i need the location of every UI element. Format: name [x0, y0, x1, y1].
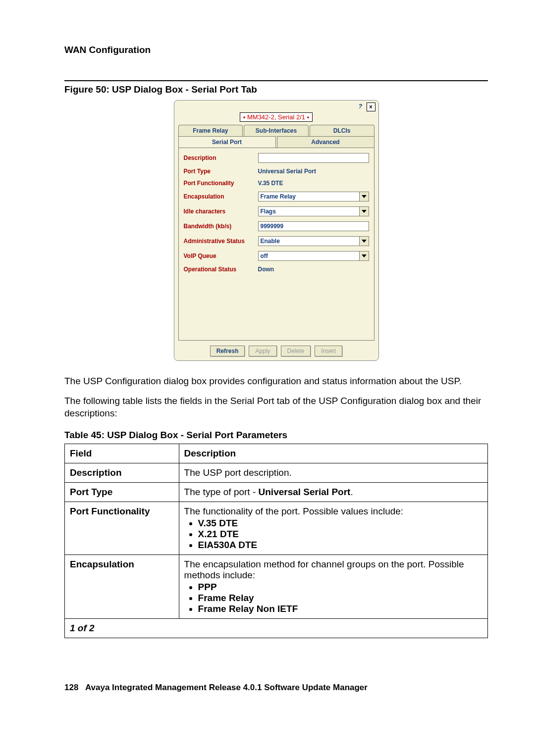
cell-desc: The USP port description.	[179, 463, 487, 482]
tab-sub-interfaces[interactable]: Sub-Interfaces	[244, 125, 309, 136]
title-anim-right: •	[307, 113, 310, 121]
footer-text: Avaya Integrated Management Release 4.0.…	[85, 683, 368, 692]
refresh-button[interactable]: Refresh	[210, 346, 245, 356]
dialog-title-row: • MM342-2, Serial 2/1 •	[174, 112, 378, 122]
table-pager: 1 of 2	[65, 618, 488, 638]
bullet-item: V.35 DTE	[198, 518, 482, 529]
label-description: Description	[184, 154, 258, 161]
cell-desc-post: .	[350, 487, 353, 497]
tab-row-1: Frame Relay Sub-Interfaces DLCIs	[178, 125, 374, 136]
label-idle-characters: Idle characters	[184, 208, 258, 215]
cell-field: Port Type	[70, 487, 112, 497]
combo-idle-characters-value: Flags	[259, 207, 359, 216]
bullet-list: V.35 DTE X.21 DTE EIA530A DTE	[198, 518, 482, 551]
table-row: Encapsulation The encapsulation method f…	[65, 554, 488, 618]
label-port-type: Port Type	[184, 168, 258, 175]
close-icon[interactable]: ×	[367, 102, 375, 111]
paragraph-1: The USP Configuration dialog box provide…	[64, 375, 488, 388]
table-row: Port Type The type of port - Universal S…	[65, 482, 488, 502]
label-bandwidth: Bandwidth (kb/s)	[184, 223, 258, 230]
footer-page-number: 128	[64, 683, 78, 692]
label-admin-status: Administrative Status	[184, 238, 258, 245]
table-caption: Table 45: USP Dialog Box - Serial Port P…	[64, 430, 488, 441]
table-row: Port Functionality The functionality of …	[65, 502, 488, 554]
bullet-item: Frame Relay Non IETF	[198, 604, 482, 614]
cell-field: Port Functionality	[70, 506, 150, 516]
tab-dlcis[interactable]: DLCIs	[310, 125, 374, 136]
paragraph-2: The following table lists the fields in …	[64, 395, 488, 420]
tab-frame-relay[interactable]: Frame Relay	[178, 125, 243, 136]
bullet-item: Frame Relay	[198, 593, 482, 604]
dialog-wrap: ? × • MM342-2, Serial 2/1 • Frame Relay …	[64, 100, 488, 361]
chevron-down-icon[interactable]	[359, 207, 369, 216]
cell-field: Description	[70, 467, 122, 478]
dialog-button-row: Refresh Apply Delete Insert	[174, 346, 378, 356]
title-name: MM342-2, Serial 2/1	[247, 113, 305, 121]
usp-dialog: ? × • MM342-2, Serial 2/1 • Frame Relay …	[174, 100, 379, 361]
cell-desc: The type of port - Universal Serial Port…	[179, 482, 487, 502]
cell-desc-pre: The type of port -	[184, 487, 259, 497]
combo-voip-queue-value: off	[259, 252, 359, 260]
combo-encapsulation[interactable]: Frame Relay	[258, 192, 369, 202]
combo-voip-queue[interactable]: off	[258, 251, 369, 261]
th-field: Field	[65, 444, 179, 463]
form-area: Description Port Type Universal Serial P…	[178, 148, 374, 341]
combo-admin-status-value: Enable	[259, 237, 359, 246]
parameters-table: Field Description Description The USP po…	[64, 444, 488, 638]
tab-serial-port[interactable]: Serial Port	[178, 136, 276, 148]
bullet-item: X.21 DTE	[198, 529, 482, 540]
insert-button[interactable]: Insert	[315, 346, 342, 356]
label-encapsulation: Encapsulation	[184, 193, 258, 200]
bullet-item: EIA530A DTE	[198, 540, 482, 551]
tab-advanced[interactable]: Advanced	[277, 136, 374, 148]
cell-desc-bold: Universal Serial Port	[259, 487, 351, 497]
chevron-down-icon[interactable]	[359, 252, 369, 260]
label-oper-status: Operational Status	[184, 266, 258, 273]
chevron-down-icon[interactable]	[359, 237, 369, 246]
tab-row-2: Serial Port Advanced	[178, 136, 374, 148]
value-port-type: Universal Serial Port	[258, 168, 369, 175]
bullet-list: PPP Frame Relay Frame Relay Non IETF	[198, 582, 482, 614]
table-pager-row: 1 of 2	[65, 618, 488, 638]
chevron-down-icon[interactable]	[359, 192, 369, 201]
table-header-row: Field Description	[65, 444, 488, 463]
cell-desc: The functionality of the port. Possible …	[179, 502, 487, 554]
cell-desc-text: The encapsulation method for channel gro…	[184, 559, 482, 581]
delete-button[interactable]: Delete	[281, 346, 311, 356]
value-oper-status: Down	[258, 266, 369, 273]
bullet-item: PPP	[198, 582, 482, 593]
dialog-titlebar: ? ×	[174, 101, 378, 112]
title-anim-left: •	[243, 113, 246, 121]
help-icon[interactable]: ?	[357, 102, 365, 110]
table-row: Description The USP port description.	[65, 463, 488, 482]
cell-desc-text: The functionality of the port. Possible …	[184, 506, 482, 517]
combo-admin-status[interactable]: Enable	[258, 236, 369, 246]
dialog-title: • MM342-2, Serial 2/1 •	[240, 112, 313, 122]
label-voip-queue: VoIP Queue	[184, 252, 258, 259]
apply-button[interactable]: Apply	[249, 346, 276, 356]
figure-caption: Figure 50: USP Dialog Box - Serial Port …	[64, 84, 488, 95]
value-port-functionality: V.35 DTE	[258, 180, 369, 187]
th-description: Description	[179, 444, 487, 463]
combo-idle-characters[interactable]: Flags	[258, 206, 369, 216]
section-heading: WAN Configuration	[64, 45, 488, 55]
label-port-functionality: Port Functionality	[184, 180, 258, 187]
input-bandwidth[interactable]	[258, 221, 369, 231]
cell-desc: The encapsulation method for channel gro…	[179, 554, 487, 618]
rule	[64, 80, 488, 81]
input-description[interactable]	[258, 153, 369, 163]
page-footer: 128 Avaya Integrated Management Release …	[64, 683, 488, 693]
combo-encapsulation-value: Frame Relay	[259, 192, 359, 201]
cell-field: Encapsulation	[70, 559, 134, 569]
